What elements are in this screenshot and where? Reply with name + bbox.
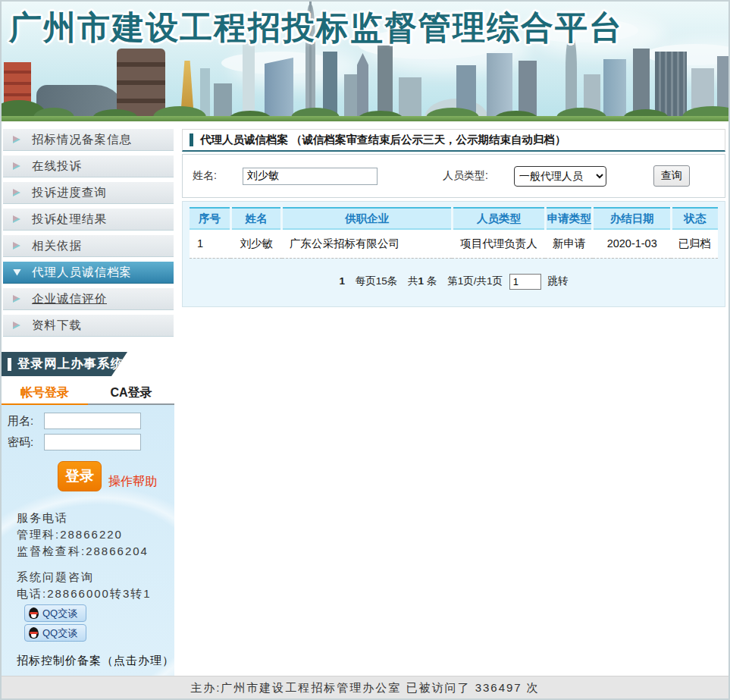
section-title: 代理人员诚信档案 <box>200 133 288 147</box>
table-header-cell: 状态 <box>671 208 718 229</box>
building-shape <box>655 52 687 118</box>
sidebar-item[interactable]: 资料下载 <box>3 315 174 337</box>
table-header-cell: 姓名 <box>230 208 282 229</box>
sidebar-item-label: 在线投诉 <box>32 159 82 174</box>
per-page-label: 每页15条 <box>356 275 398 287</box>
triangle-right-icon <box>13 162 20 170</box>
footer-text: 主办:广州市建设工程招标管理办公室 已被访问了 336497 次 <box>190 681 540 694</box>
login-form-area: 用名: 密码: 登录 操作帮助 服务电话 管理科:28866220 监 <box>2 405 174 676</box>
main-content: 代理人员诚信档案 （诚信档案审查结束后公示三天，公示期结束自动归档） 姓名: 人… <box>182 129 725 676</box>
login-panel: 登录网上办事系统 帐号登录 CA登录 用名: 密码: <box>2 352 174 676</box>
sidebar-item-label: 企业诚信评价 <box>32 291 107 307</box>
table-header-cell: 办结日期 <box>593 208 672 229</box>
table-cell: 新申请 <box>545 229 593 258</box>
qq-penguin-icon <box>29 607 39 619</box>
login-button[interactable]: 登录 <box>58 461 102 491</box>
section-title-note: （诚信档案审查结束后公示三天，公示期结束自动归档） <box>291 133 566 147</box>
tab-account-login[interactable]: 帐号登录 <box>2 382 88 405</box>
sidebar-item-label: 代理人员诚信档案 <box>32 265 132 281</box>
sidebar-item[interactable]: 投诉处理结果 <box>3 209 174 231</box>
sidebar-item[interactable]: 在线投诉 <box>3 155 174 177</box>
person-type-label: 人员类型: <box>443 169 488 183</box>
building-shape <box>243 41 255 118</box>
results-table: 序号姓名供职企业人员类型申请类型办结日期状态 1刘少敏广东公采招标有限公司项目代… <box>190 207 718 259</box>
building-shape <box>603 59 626 118</box>
tender-price-filing-link[interactable]: 招标控制价备案（点击办理） <box>17 652 174 669</box>
section-title-bar: 代理人员诚信档案 （诚信档案审查结束后公示三天，公示期结束自动归档） <box>182 129 725 152</box>
building-shape <box>378 46 393 118</box>
system-consult-title: 系统问题咨询 <box>17 569 174 585</box>
operation-help-link[interactable]: 操作帮助 <box>108 474 157 490</box>
table-header-cell: 人员类型 <box>452 208 545 229</box>
supervision-phone: 监督检查科:28866204 <box>17 543 174 560</box>
triangle-right-icon <box>13 242 20 250</box>
qq-chat-label: QQ交谈 <box>42 605 77 622</box>
page-info: 第1页/共1页 <box>447 275 503 287</box>
contact-info: 服务电话 管理科:28866220 监督检查科:28866204 系统问题咨询 … <box>8 510 174 669</box>
current-page-number: 1 <box>340 275 346 287</box>
triangle-right-icon <box>13 295 20 303</box>
table-cell: 2020-1-03 <box>593 229 672 258</box>
building-shape <box>357 53 368 118</box>
building-shape <box>399 77 421 118</box>
jump-label[interactable]: 跳转 <box>547 275 568 287</box>
sidebar-item-label: 相关依据 <box>32 238 82 254</box>
table-cell: 刘少敏 <box>230 229 282 258</box>
sidebar-item-label: 投诉进度查询 <box>32 185 107 201</box>
page-footer: 主办:广州市建设工程招标管理办公室 已被访问了 336497 次 <box>2 676 728 698</box>
search-form: 姓名: 人员类型: 一般代理人员 查询 <box>182 154 725 198</box>
total-prefix: 共 <box>408 275 418 287</box>
table-cell: 1 <box>190 229 230 258</box>
password-field[interactable] <box>44 434 141 450</box>
page-body: 招标情况备案信息在线投诉投诉进度查询投诉处理结果相关依据代理人员诚信档案企业诚信… <box>2 121 728 676</box>
application-window: 广州市建设工程招投标监督管理综合平台 招标情况备案信息在线投诉投诉进度查询投诉处… <box>0 0 730 700</box>
sidebar-item[interactable]: 投诉进度查询 <box>3 182 174 204</box>
table-body: 1刘少敏广东公采招标有限公司项目代理负责人新申请2020-1-03已归档 <box>190 229 718 258</box>
sidebar-item[interactable]: 企业诚信评价 <box>3 288 174 310</box>
site-title: 广州市建设工程招投标监督管理综合平台 <box>9 6 623 50</box>
person-type-select[interactable]: 一般代理人员 <box>514 166 606 187</box>
building-shape <box>117 49 165 118</box>
login-tabs: 帐号登录 CA登录 <box>2 382 174 405</box>
triangle-right-icon <box>13 136 20 143</box>
sidebar-item[interactable]: 代理人员诚信档案 <box>3 262 174 284</box>
total-count: 1 <box>418 275 425 287</box>
building-shape <box>519 61 537 118</box>
qq-chat-label: QQ交谈 <box>42 625 77 642</box>
sidebar-item-label: 投诉处理结果 <box>32 212 107 228</box>
login-panel-title: 登录网上办事系统 <box>17 356 124 372</box>
sidebar: 招标情况备案信息在线投诉投诉进度查询投诉处理结果相关依据代理人员诚信档案企业诚信… <box>2 121 174 676</box>
triangle-right-icon <box>13 215 20 223</box>
username-label: 用名: <box>8 414 44 428</box>
qq-penguin-icon <box>29 627 39 639</box>
qq-chat-button-2[interactable]: QQ交谈 <box>24 624 86 642</box>
grass-strip <box>2 116 728 121</box>
table-header-cell: 供职企业 <box>282 208 452 229</box>
page-jump-input[interactable] <box>509 274 541 290</box>
building-shape <box>214 83 232 118</box>
sidebar-item-label: 招标情况备案信息 <box>32 132 132 148</box>
site-banner: 广州市建设工程招投标监督管理综合平台 <box>2 2 728 121</box>
name-search-input[interactable] <box>243 168 378 185</box>
qq-chat-button-1[interactable]: QQ交谈 <box>24 604 86 622</box>
query-button[interactable]: 查询 <box>653 165 690 187</box>
table-row: 1刘少敏广东公采招标有限公司项目代理负责人新申请2020-1-03已归档 <box>190 229 718 258</box>
name-label: 姓名: <box>193 169 217 183</box>
total-unit: 条 <box>427 275 437 287</box>
tab-ca-login[interactable]: CA登录 <box>88 382 174 405</box>
management-phone: 管理科:28866220 <box>17 526 174 543</box>
password-label: 密码: <box>8 435 44 450</box>
table-cell: 已归档 <box>671 229 718 258</box>
sidebar-item[interactable]: 相关依据 <box>3 235 174 257</box>
system-phone: 电话:28866000转3转1 <box>17 585 174 602</box>
title-accent-bar <box>190 133 193 146</box>
pagination: 1 每页15条 共1 条 第1页/共1页 跳转 <box>190 259 718 306</box>
sidebar-menu: 招标情况备案信息在线投诉投诉进度查询投诉处理结果相关依据代理人员诚信档案企业诚信… <box>2 121 174 341</box>
username-field[interactable] <box>44 413 141 429</box>
table-header-row: 序号姓名供职企业人员类型申请类型办结日期状态 <box>190 208 718 229</box>
sidebar-item[interactable]: 招标情况备案信息 <box>3 129 174 151</box>
table-header-cell: 申请类型 <box>545 208 593 229</box>
building-shape <box>265 58 293 118</box>
service-phone-title: 服务电话 <box>17 510 174 526</box>
login-panel-header: 登录网上办事系统 <box>2 352 127 376</box>
